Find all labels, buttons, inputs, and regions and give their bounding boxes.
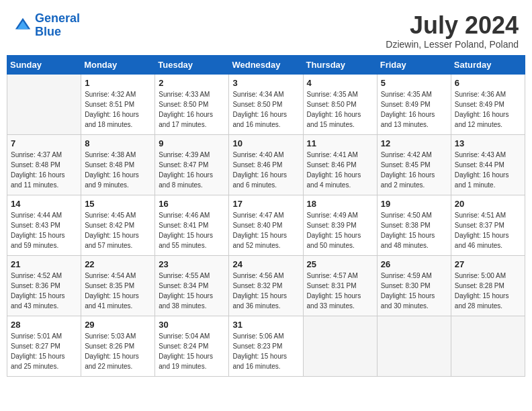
calendar-day-cell: [451, 316, 525, 376]
day-number: 30: [159, 320, 225, 330]
day-detail: Sunrise: 4:41 AM Sunset: 8:46 PM Dayligh…: [307, 150, 373, 190]
day-number: 6: [455, 78, 521, 88]
day-detail: Sunrise: 4:36 AM Sunset: 8:49 PM Dayligh…: [455, 89, 521, 130]
day-detail: Sunrise: 4:55 AM Sunset: 8:34 PM Dayligh…: [159, 271, 225, 311]
day-detail: Sunrise: 4:34 AM Sunset: 8:50 PM Dayligh…: [232, 89, 299, 130]
day-detail: Sunrise: 4:43 AM Sunset: 8:44 PM Dayligh…: [455, 150, 521, 190]
weekday-header-wednesday: Wednesday: [229, 55, 303, 74]
calendar-day-cell: 7Sunrise: 4:37 AM Sunset: 8:48 PM Daylig…: [7, 134, 81, 195]
calendar-day-cell: 31Sunrise: 5:06 AM Sunset: 8:23 PM Dayli…: [229, 316, 303, 376]
calendar-week-row: 1Sunrise: 4:32 AM Sunset: 8:51 PM Daylig…: [7, 74, 525, 134]
day-number: 8: [85, 138, 151, 148]
month-year: July 2024: [386, 12, 519, 39]
calendar-day-cell: 2Sunrise: 4:33 AM Sunset: 8:50 PM Daylig…: [155, 74, 229, 134]
day-number: 26: [381, 259, 447, 269]
day-number: 12: [381, 138, 447, 148]
day-number: 31: [232, 320, 299, 330]
day-detail: Sunrise: 4:35 AM Sunset: 8:50 PM Dayligh…: [307, 89, 373, 130]
day-number: 4: [307, 78, 373, 88]
day-detail: Sunrise: 4:51 AM Sunset: 8:37 PM Dayligh…: [455, 210, 521, 250]
day-number: 17: [232, 199, 299, 209]
weekday-header-row: SundayMondayTuesdayWednesdayThursdayFrid…: [7, 55, 525, 74]
day-number: 16: [159, 199, 225, 209]
day-number: 27: [455, 259, 521, 269]
day-number: 15: [85, 199, 151, 209]
logo-icon: [13, 16, 32, 35]
calendar-day-cell: 20Sunrise: 4:51 AM Sunset: 8:37 PM Dayli…: [451, 195, 525, 255]
calendar-day-cell: 22Sunrise: 4:54 AM Sunset: 8:35 PM Dayli…: [81, 255, 155, 316]
weekday-header-saturday: Saturday: [451, 55, 525, 74]
day-detail: Sunrise: 4:49 AM Sunset: 8:39 PM Dayligh…: [307, 210, 373, 250]
calendar-day-cell: 30Sunrise: 5:04 AM Sunset: 8:24 PM Dayli…: [155, 316, 229, 376]
logo-text: GeneralBlue: [35, 12, 80, 39]
day-detail: Sunrise: 4:54 AM Sunset: 8:35 PM Dayligh…: [85, 271, 151, 311]
day-number: 19: [381, 199, 447, 209]
day-detail: Sunrise: 5:03 AM Sunset: 8:26 PM Dayligh…: [85, 331, 151, 371]
day-detail: Sunrise: 4:47 AM Sunset: 8:40 PM Dayligh…: [232, 210, 299, 250]
calendar-day-cell: 5Sunrise: 4:35 AM Sunset: 8:49 PM Daylig…: [377, 74, 451, 134]
day-number: 25: [307, 259, 373, 269]
calendar-day-cell: 21Sunrise: 4:52 AM Sunset: 8:36 PM Dayli…: [7, 255, 81, 316]
calendar-day-cell: 28Sunrise: 5:01 AM Sunset: 8:27 PM Dayli…: [7, 316, 81, 376]
day-detail: Sunrise: 4:44 AM Sunset: 8:43 PM Dayligh…: [11, 210, 77, 250]
day-number: 5: [381, 78, 447, 88]
day-detail: Sunrise: 4:33 AM Sunset: 8:50 PM Dayligh…: [159, 89, 225, 130]
calendar-day-cell: [303, 316, 377, 376]
day-number: 11: [307, 138, 373, 148]
day-number: 9: [159, 138, 225, 148]
calendar-day-cell: 23Sunrise: 4:55 AM Sunset: 8:34 PM Dayli…: [155, 255, 229, 316]
day-number: 7: [11, 138, 77, 148]
calendar-day-cell: 3Sunrise: 4:34 AM Sunset: 8:50 PM Daylig…: [229, 74, 303, 134]
calendar-day-cell: 29Sunrise: 5:03 AM Sunset: 8:26 PM Dayli…: [81, 316, 155, 376]
calendar-week-row: 28Sunrise: 5:01 AM Sunset: 8:27 PM Dayli…: [7, 316, 525, 376]
day-number: 2: [159, 78, 225, 88]
day-detail: Sunrise: 4:42 AM Sunset: 8:45 PM Dayligh…: [381, 150, 447, 190]
day-number: 21: [11, 259, 77, 269]
day-detail: Sunrise: 4:40 AM Sunset: 8:46 PM Dayligh…: [232, 150, 299, 190]
calendar-day-cell: [7, 74, 81, 134]
day-detail: Sunrise: 4:35 AM Sunset: 8:49 PM Dayligh…: [381, 89, 447, 130]
calendar-day-cell: 24Sunrise: 4:56 AM Sunset: 8:32 PM Dayli…: [229, 255, 303, 316]
calendar-day-cell: 6Sunrise: 4:36 AM Sunset: 8:49 PM Daylig…: [451, 74, 525, 134]
weekday-header-friday: Friday: [377, 55, 451, 74]
weekday-header-monday: Monday: [81, 55, 155, 74]
logo: GeneralBlue: [13, 12, 80, 39]
calendar-day-cell: 19Sunrise: 4:50 AM Sunset: 8:38 PM Dayli…: [377, 195, 451, 255]
weekday-header-thursday: Thursday: [303, 55, 377, 74]
day-detail: Sunrise: 4:46 AM Sunset: 8:41 PM Dayligh…: [159, 210, 225, 250]
day-detail: Sunrise: 4:50 AM Sunset: 8:38 PM Dayligh…: [381, 210, 447, 250]
day-detail: Sunrise: 4:56 AM Sunset: 8:32 PM Dayligh…: [232, 271, 299, 311]
day-number: 14: [11, 199, 77, 209]
calendar-day-cell: 25Sunrise: 4:57 AM Sunset: 8:31 PM Dayli…: [303, 255, 377, 316]
calendar-day-cell: 16Sunrise: 4:46 AM Sunset: 8:41 PM Dayli…: [155, 195, 229, 255]
calendar-day-cell: 8Sunrise: 4:38 AM Sunset: 8:48 PM Daylig…: [81, 134, 155, 195]
day-detail: Sunrise: 4:38 AM Sunset: 8:48 PM Dayligh…: [85, 150, 151, 190]
weekday-header-sunday: Sunday: [7, 55, 81, 74]
weekday-header-tuesday: Tuesday: [155, 55, 229, 74]
day-number: 28: [11, 320, 77, 330]
day-number: 13: [455, 138, 521, 148]
page-header: GeneralBlue July 2024 Dziewin, Lesser Po…: [7, 7, 525, 52]
day-number: 3: [232, 78, 299, 88]
calendar-week-row: 14Sunrise: 4:44 AM Sunset: 8:43 PM Dayli…: [7, 195, 525, 255]
calendar-day-cell: 12Sunrise: 4:42 AM Sunset: 8:45 PM Dayli…: [377, 134, 451, 195]
calendar-day-cell: 15Sunrise: 4:45 AM Sunset: 8:42 PM Dayli…: [81, 195, 155, 255]
day-detail: Sunrise: 4:57 AM Sunset: 8:31 PM Dayligh…: [307, 271, 373, 311]
day-number: 23: [159, 259, 225, 269]
day-number: 29: [85, 320, 151, 330]
calendar-day-cell: 11Sunrise: 4:41 AM Sunset: 8:46 PM Dayli…: [303, 134, 377, 195]
day-number: 1: [85, 78, 151, 88]
calendar-day-cell: [377, 316, 451, 376]
calendar-day-cell: 27Sunrise: 5:00 AM Sunset: 8:28 PM Dayli…: [451, 255, 525, 316]
calendar-day-cell: 1Sunrise: 4:32 AM Sunset: 8:51 PM Daylig…: [81, 74, 155, 134]
calendar-day-cell: 13Sunrise: 4:43 AM Sunset: 8:44 PM Dayli…: [451, 134, 525, 195]
calendar-day-cell: 18Sunrise: 4:49 AM Sunset: 8:39 PM Dayli…: [303, 195, 377, 255]
calendar-week-row: 7Sunrise: 4:37 AM Sunset: 8:48 PM Daylig…: [7, 134, 525, 195]
day-detail: Sunrise: 4:39 AM Sunset: 8:47 PM Dayligh…: [159, 150, 225, 190]
day-detail: Sunrise: 4:59 AM Sunset: 8:30 PM Dayligh…: [381, 271, 447, 311]
day-detail: Sunrise: 5:00 AM Sunset: 8:28 PM Dayligh…: [455, 271, 521, 311]
calendar-week-row: 21Sunrise: 4:52 AM Sunset: 8:36 PM Dayli…: [7, 255, 525, 316]
calendar-day-cell: 26Sunrise: 4:59 AM Sunset: 8:30 PM Dayli…: [377, 255, 451, 316]
calendar-day-cell: 17Sunrise: 4:47 AM Sunset: 8:40 PM Dayli…: [229, 195, 303, 255]
calendar-day-cell: 14Sunrise: 4:44 AM Sunset: 8:43 PM Dayli…: [7, 195, 81, 255]
